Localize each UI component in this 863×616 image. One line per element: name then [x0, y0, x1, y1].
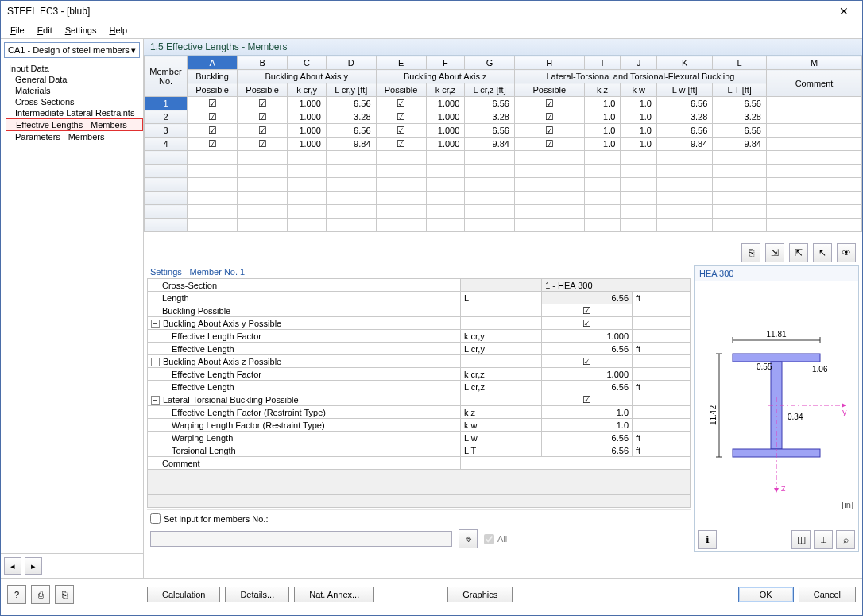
hdr-possible-b: Possible — [238, 83, 288, 97]
data-grid[interactable]: Member No. A B C D E F G H I J K L M Buc… — [144, 56, 862, 240]
col-I[interactable]: I — [584, 56, 621, 70]
row-lw: Warping Length — [148, 432, 461, 444]
excel-export-icon[interactable]: ⇲ — [765, 243, 784, 262]
tree-root[interactable]: Input Data — [6, 63, 143, 74]
tree-parameters[interactable]: Parameters - Members — [6, 131, 143, 142]
hdr-possible-h: Possible — [514, 83, 584, 97]
case-combo-label: CA1 - Design of steel members — [8, 45, 130, 55]
hdr-kw: k w — [621, 83, 657, 97]
calculation-button[interactable]: Calculation — [147, 587, 220, 602]
group-axis-y[interactable]: Buckling About Axis y Possible — [163, 319, 281, 328]
row-comment: Comment — [148, 457, 461, 470]
col-A[interactable]: A — [188, 56, 238, 70]
row-lt: Torsional Length — [148, 444, 461, 457]
pick-icon[interactable]: ↖ — [813, 243, 832, 262]
menu-help[interactable]: Help — [104, 24, 132, 37]
tree-effective-lengths[interactable]: Effective Lengths - Members — [6, 118, 143, 131]
excel-import-icon[interactable]: ⇱ — [789, 243, 808, 262]
preview-unit: [in] — [842, 500, 853, 509]
table-row[interactable]: 2 1.0003.28 1.0003.28 1.01.0 3.283.28 — [145, 110, 862, 124]
row-cross-section: Cross-Section — [148, 279, 461, 292]
col-M[interactable]: M — [767, 56, 862, 70]
section-preview: HEA 300 11.81 11.42 — [694, 265, 859, 552]
col-G[interactable]: G — [465, 56, 515, 70]
svg-text:z: z — [781, 483, 786, 493]
hdr-comment: Comment — [767, 70, 862, 97]
title-bar: STEEL EC3 - [blub] ✕ — [1, 1, 862, 21]
info-icon[interactable]: ℹ — [698, 530, 717, 549]
col-L[interactable]: L — [713, 56, 767, 70]
set-input-check[interactable]: Set input for members No.: — [150, 513, 268, 524]
set-input-field[interactable] — [150, 531, 452, 547]
col-E[interactable]: E — [376, 56, 426, 70]
hdr-lcrz: L cr,z [ft] — [465, 83, 515, 97]
svg-text:1.06: 1.06 — [812, 365, 828, 374]
settings-table[interactable]: Cross-Section1 - HEA 300 LengthL6.56ft B… — [147, 278, 691, 508]
row-buckling-possible: Buckling Possible — [148, 304, 461, 317]
help-icon[interactable]: ? — [7, 585, 26, 604]
col-F[interactable]: F — [426, 56, 465, 70]
group-axis-z[interactable]: Buckling About Axis z Possible — [163, 357, 281, 366]
table-row[interactable]: 1 1.0006.56 1.0006.56 1.01.0 6.566.56 — [145, 97, 862, 110]
help-small-icon[interactable]: ◂ — [4, 557, 21, 575]
eye-icon[interactable]: 👁 — [837, 243, 856, 262]
hdr-axis-y: Buckling About Axis y — [238, 70, 376, 83]
row-kz: Effective Length Factor (Restraint Type) — [148, 406, 461, 419]
pick-members-icon[interactable]: ⎆ — [459, 529, 478, 548]
hdr-axis-z: Buckling About Axis z — [376, 70, 514, 83]
col-B[interactable]: B — [238, 56, 288, 70]
nav-icon[interactable]: ▸ — [25, 557, 42, 575]
hdr-possible-a: Possible — [188, 83, 238, 97]
menu-edit[interactable]: Edit — [33, 24, 57, 37]
axes-icon[interactable]: ⟂ — [814, 530, 833, 549]
col-H[interactable]: H — [514, 56, 584, 70]
menu-bar: File Edit Settings Help — [1, 21, 862, 39]
case-combo[interactable]: CA1 - Design of steel members ▾ — [4, 42, 140, 58]
menu-settings[interactable]: Settings — [60, 24, 102, 37]
table-row[interactable]: 3 1.0006.56 1.0006.56 1.01.0 6.566.56 — [145, 124, 862, 138]
ok-button[interactable]: OK — [738, 587, 794, 602]
tree-lateral[interactable]: Intermediate Lateral Restraints — [6, 107, 143, 118]
svg-marker-18 — [774, 488, 779, 493]
all-check[interactable]: All — [484, 534, 507, 544]
nat-annex-button[interactable]: Nat. Annex... — [294, 587, 374, 602]
menu-file[interactable]: File — [6, 24, 29, 37]
close-icon[interactable]: ✕ — [832, 5, 856, 17]
col-member-no[interactable]: Member No. — [145, 56, 188, 97]
hdr-kcrz: k cr,z — [426, 83, 465, 97]
row-kcrz: Effective Length Factor — [148, 368, 461, 381]
hdr-ltb: Lateral-Torsional and Torsional-Flexural… — [514, 70, 766, 83]
content-title: 1.5 Effective Lengths - Members — [144, 39, 862, 56]
tree-cross-sections[interactable]: Cross-Sections — [6, 96, 143, 107]
table-row[interactable]: 4 1.0009.84 1.0009.84 1.01.0 9.849.84 — [145, 138, 862, 151]
window-title: STEEL EC3 - [blub] — [7, 6, 832, 17]
view-mode-icon[interactable]: ◫ — [791, 530, 811, 549]
cancel-button[interactable]: Cancel — [799, 587, 856, 602]
tree-materials[interactable]: Materials — [6, 85, 143, 96]
group-ltb[interactable]: Lateral-Torsional Buckling Possible — [163, 395, 299, 405]
col-J[interactable]: J — [621, 56, 657, 70]
prev-icon[interactable]: ⎙ — [31, 585, 50, 604]
graphics-button[interactable]: Graphics — [447, 587, 513, 602]
sidebar: CA1 - Design of steel members ▾ Input Da… — [1, 39, 144, 578]
details-button[interactable]: Details... — [225, 587, 289, 602]
checkbox-icon[interactable] — [582, 395, 591, 405]
checkbox-icon[interactable] — [582, 306, 591, 316]
hdr-kz: k z — [584, 83, 621, 97]
next-icon[interactable]: ⎘ — [55, 585, 74, 604]
hdr-kcry: k cr,y — [288, 83, 327, 97]
checkbox-icon[interactable] — [582, 319, 591, 328]
zoom-icon[interactable]: ⌕ — [836, 530, 855, 549]
svg-rect-0 — [733, 354, 820, 362]
checkbox-icon[interactable] — [582, 357, 591, 366]
row-kcry: Effective Length Factor — [148, 330, 461, 343]
export-icon[interactable]: ⎘ — [741, 243, 760, 262]
col-K[interactable]: K — [656, 56, 712, 70]
svg-text:0.55: 0.55 — [757, 362, 772, 371]
col-D[interactable]: D — [326, 56, 376, 70]
col-C[interactable]: C — [288, 56, 327, 70]
grid-toolbar: ⎘ ⇲ ⇱ ↖ 👁 — [144, 240, 862, 265]
row-length: Length — [148, 292, 461, 304]
tree-general[interactable]: General Data — [6, 74, 143, 85]
row-kw: Warping Length Factor (Restraint Type) — [148, 419, 461, 432]
